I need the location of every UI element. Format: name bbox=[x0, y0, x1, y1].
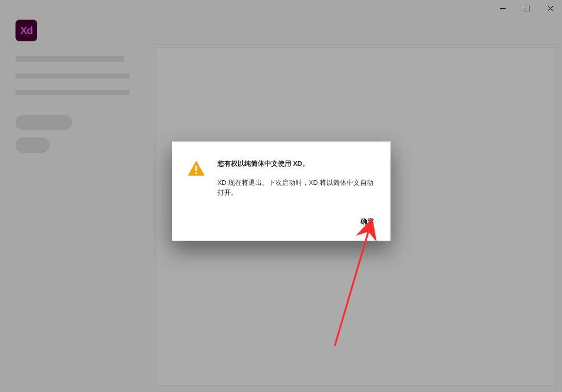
dialog-message: 您有权以纯简体中文使用 XD。 XD 现在将退出。下次启动时，XD 将以简体中文… bbox=[217, 159, 376, 197]
dialog-actions: 确定 bbox=[186, 214, 376, 229]
ok-button[interactable]: 确定 bbox=[358, 214, 376, 229]
svg-rect-5 bbox=[195, 173, 197, 174]
language-dialog: 您有权以纯简体中文使用 XD。 XD 现在将退出。下次启动时，XD 将以简体中文… bbox=[172, 142, 391, 241]
dialog-title: 您有权以纯简体中文使用 XD。 bbox=[217, 159, 376, 169]
dialog-body: XD 现在将退出。下次启动时，XD 将以简体中文自动打开。 bbox=[217, 178, 376, 198]
svg-rect-4 bbox=[195, 166, 197, 171]
warning-icon bbox=[186, 159, 206, 197]
